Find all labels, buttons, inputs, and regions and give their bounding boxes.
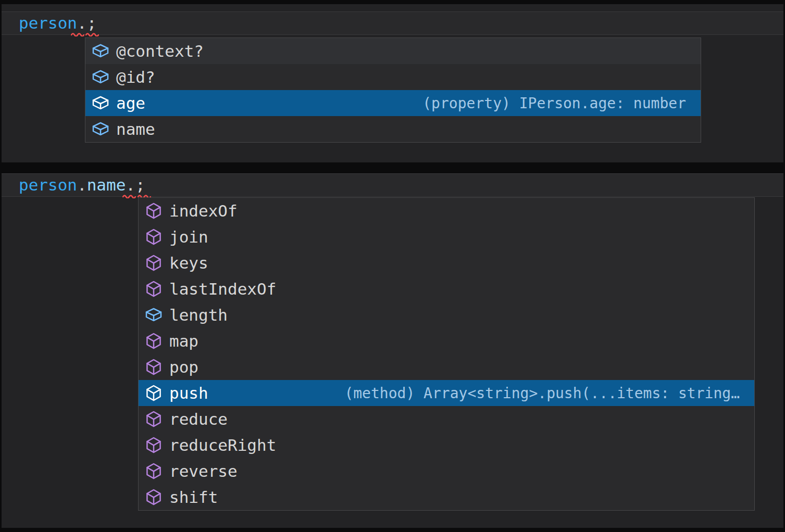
suggest-item-label: push bbox=[169, 384, 208, 402]
suggest-item-length[interactable]: length bbox=[139, 302, 754, 328]
suggest-widget-person: @context? @id? age (property) IPerson.ag… bbox=[85, 37, 701, 143]
symbol-method-icon bbox=[145, 358, 163, 376]
symbol-field-icon bbox=[92, 68, 109, 86]
code-line-1[interactable]: person.; bbox=[19, 11, 96, 35]
suggest-item-age[interactable]: age (property) IPerson.age: number bbox=[85, 90, 701, 116]
suggest-item-detail: (property) IPerson.age: number bbox=[422, 95, 686, 112]
symbol-method-icon bbox=[145, 332, 163, 350]
suggest-item-label: shift bbox=[169, 488, 218, 506]
suggest-item-reduce[interactable]: reduce bbox=[139, 406, 754, 432]
symbol-method-icon bbox=[145, 228, 163, 246]
token-dot: . bbox=[77, 14, 87, 32]
token-dot: . bbox=[126, 175, 135, 194]
suggest-item-push[interactable]: push (method) Array<string>.push(...item… bbox=[139, 380, 754, 406]
symbol-method-icon bbox=[145, 280, 163, 298]
suggest-item-indexof[interactable]: indexOf bbox=[139, 198, 754, 224]
suggest-item-shift[interactable]: shift bbox=[139, 484, 754, 510]
suggest-item-label: indexOf bbox=[169, 201, 238, 220]
token-variable-person: person bbox=[19, 175, 77, 194]
suggest-item-detail: (method) Array<string>.push(...items: st… bbox=[344, 385, 740, 402]
token-dot: . bbox=[77, 175, 87, 194]
suggest-item-lastindexof[interactable]: lastIndexOf bbox=[139, 276, 754, 302]
screenshot-root: person.; @context? @id? age (property) I… bbox=[0, 0, 785, 532]
token-variable-person: person bbox=[19, 14, 77, 32]
token-semicolon: ; bbox=[87, 14, 97, 32]
suggest-item-label: map bbox=[169, 332, 198, 350]
symbol-method-icon bbox=[145, 384, 163, 402]
suggest-item-id[interactable]: @id? bbox=[85, 64, 701, 90]
symbol-method-icon bbox=[145, 436, 163, 454]
suggest-item-context[interactable]: @context? bbox=[85, 38, 701, 64]
symbol-method-icon bbox=[145, 202, 163, 220]
symbol-field-icon bbox=[145, 306, 163, 324]
suggest-item-label: pop bbox=[169, 358, 198, 376]
suggest-item-label: length bbox=[169, 306, 228, 324]
suggest-item-reduceright[interactable]: reduceRight bbox=[139, 432, 754, 458]
symbol-method-icon bbox=[145, 254, 163, 272]
suggest-item-label: reverse bbox=[169, 462, 238, 480]
error-squiggle bbox=[85, 32, 99, 36]
error-squiggle bbox=[71, 32, 84, 36]
suggest-widget-name: indexOf join keys lastIndexOf length map… bbox=[138, 197, 755, 511]
suggest-item-label: reduceRight bbox=[169, 436, 276, 454]
suggest-item-join[interactable]: join bbox=[139, 224, 754, 250]
suggest-item-keys[interactable]: keys bbox=[139, 250, 754, 276]
suggest-item-label: keys bbox=[169, 254, 208, 272]
suggest-item-label: lastIndexOf bbox=[169, 280, 276, 298]
symbol-field-icon bbox=[92, 120, 109, 138]
suggest-item-name[interactable]: name bbox=[85, 116, 701, 142]
suggest-item-label: join bbox=[169, 227, 208, 246]
symbol-method-icon bbox=[145, 410, 163, 428]
suggest-item-label: name bbox=[116, 120, 155, 138]
token-property-name: name bbox=[87, 175, 126, 194]
suggest-item-label: age bbox=[116, 94, 145, 112]
token-semicolon: ; bbox=[135, 175, 145, 194]
symbol-method-icon bbox=[145, 488, 163, 506]
error-squiggle bbox=[122, 194, 136, 198]
symbol-method-icon bbox=[145, 462, 163, 480]
suggest-item-map[interactable]: map bbox=[139, 328, 754, 354]
suggest-item-label: reduce bbox=[169, 410, 228, 428]
suggest-item-label: @id? bbox=[116, 68, 155, 86]
suggest-item-reverse[interactable]: reverse bbox=[139, 458, 754, 484]
symbol-field-icon bbox=[92, 42, 109, 60]
suggest-item-label: @context? bbox=[116, 42, 204, 60]
suggest-item-pop[interactable]: pop bbox=[139, 354, 754, 380]
symbol-field-icon bbox=[92, 94, 109, 112]
current-line-highlight bbox=[2, 11, 783, 35]
